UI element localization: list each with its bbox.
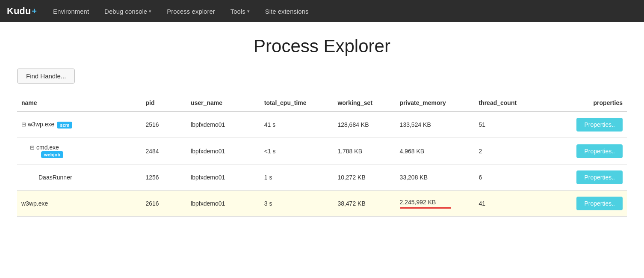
col-header-pm: private_memory — [396, 94, 475, 112]
cell-properties: Properties.. — [537, 164, 627, 191]
cell-total_cpu_time: 41 s — [260, 112, 334, 138]
cell-total_cpu_time: <1 s — [260, 138, 334, 164]
cell-user_name: lbpfxdemo01 — [186, 191, 260, 217]
highlight-underline — [400, 207, 451, 209]
navbar: Kudu+ Environment Debug console ▾ Proces… — [0, 0, 644, 22]
col-header-user: user_name — [186, 94, 260, 112]
cell-thread_count: 6 — [474, 164, 536, 191]
nav-process-explorer[interactable]: Process explorer — [161, 5, 221, 18]
nav-debug-console[interactable]: Debug console ▾ — [98, 5, 157, 18]
private-memory-value: 2,245,992 KB — [400, 199, 436, 206]
logo-text: Kudu — [7, 6, 31, 17]
cell-working_set: 1,788 KB — [333, 138, 395, 164]
nav-tools[interactable]: Tools ▾ — [225, 5, 256, 18]
cell-thread_count: 2 — [474, 138, 536, 164]
col-header-name: name — [17, 94, 141, 112]
cell-properties: Properties.. — [537, 112, 627, 138]
cell-working_set: 128,684 KB — [333, 112, 395, 138]
chevron-down-icon: ▾ — [247, 9, 250, 14]
table-row: DaasRunner1256lbpfxdemo011 s10,272 KB33,… — [17, 164, 627, 191]
nav-site-extensions[interactable]: Site extensions — [259, 5, 315, 18]
logo-plus: + — [32, 6, 37, 16]
cell-user_name: lbpfxdemo01 — [186, 112, 260, 138]
properties-button[interactable]: Properties.. — [576, 170, 623, 184]
properties-button[interactable]: Properties.. — [576, 144, 623, 158]
expand-icon[interactable]: ⊟ — [30, 144, 35, 151]
chevron-down-icon: ▾ — [149, 9, 151, 14]
properties-button[interactable]: Properties.. — [576, 118, 623, 132]
nav-environment[interactable]: Environment — [47, 5, 95, 18]
cell-pid: 2616 — [141, 191, 186, 217]
col-header-props: properties — [537, 94, 627, 112]
cell-private_memory: 2,245,992 KB — [396, 191, 475, 217]
badge-scm: scm — [57, 122, 72, 129]
cell-working_set: 10,272 KB — [333, 164, 395, 191]
process-table: name pid user_name total_cpu_time workin… — [17, 94, 627, 217]
cell-private_memory: 133,524 KB — [396, 112, 475, 138]
cell-name: DaasRunner — [17, 164, 141, 191]
cell-thread_count: 51 — [474, 112, 536, 138]
cell-working_set: 38,472 KB — [333, 191, 395, 217]
find-handle-button[interactable]: Find Handle... — [17, 69, 75, 84]
cell-total_cpu_time: 1 s — [260, 164, 334, 191]
table-row: ⊟cmd.exewebjob2484lbpfxdemo01<1 s1,788 K… — [17, 138, 627, 164]
col-header-ws: working_set — [333, 94, 395, 112]
expand-icon[interactable]: ⊟ — [21, 121, 26, 128]
col-header-pid: pid — [141, 94, 186, 112]
cell-total_cpu_time: 3 s — [260, 191, 334, 217]
cell-user_name: lbpfxdemo01 — [186, 164, 260, 191]
process-name: w3wp.exe — [21, 200, 48, 207]
properties-button[interactable]: Properties.. — [576, 197, 623, 210]
col-header-cpu: total_cpu_time — [260, 94, 334, 112]
process-name: DaasRunner — [38, 174, 72, 181]
cell-pid: 2484 — [141, 138, 186, 164]
process-name: cmd.exe — [36, 144, 59, 151]
cell-pid: 2516 — [141, 112, 186, 138]
cell-name: w3wp.exe — [17, 191, 141, 217]
badge-webjob: webjob — [41, 151, 63, 158]
logo[interactable]: Kudu+ — [7, 6, 37, 17]
table-header-row: name pid user_name total_cpu_time workin… — [17, 94, 627, 112]
cell-properties: Properties.. — [537, 191, 627, 217]
page-content: Process Explorer Find Handle... name pid… — [0, 22, 644, 230]
cell-user_name: lbpfxdemo01 — [186, 138, 260, 164]
cell-properties: Properties.. — [537, 138, 627, 164]
cell-name: ⊟w3wp.exescm — [17, 112, 141, 138]
table-row: w3wp.exe2616lbpfxdemo013 s38,472 KB2,245… — [17, 191, 627, 217]
cell-name: ⊟cmd.exewebjob — [17, 138, 141, 164]
process-name: w3wp.exe — [28, 121, 54, 128]
cell-private_memory: 33,208 KB — [396, 164, 475, 191]
cell-pid: 1256 — [141, 164, 186, 191]
page-title: Process Explorer — [17, 36, 627, 57]
col-header-tc: thread_count — [474, 94, 536, 112]
cell-thread_count: 41 — [474, 191, 536, 217]
table-row: ⊟w3wp.exescm2516lbpfxdemo0141 s128,684 K… — [17, 112, 627, 138]
cell-private_memory: 4,968 KB — [396, 138, 475, 164]
